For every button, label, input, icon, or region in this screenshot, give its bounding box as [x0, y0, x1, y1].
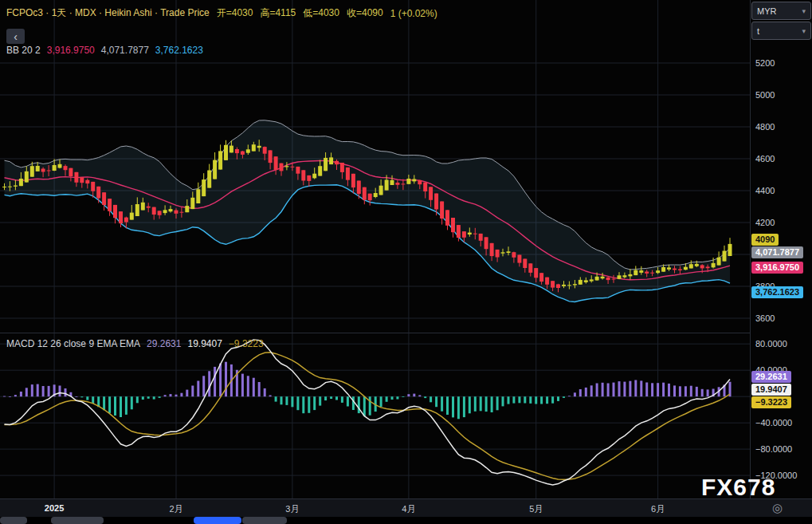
time-axis[interactable]: 20252月3月4月5月6月 — [0, 498, 812, 517]
macd-signal-value: −9.3223 — [229, 338, 264, 349]
back-button[interactable]: ‹ — [6, 29, 25, 44]
macd-axis-label: −40.0000 — [755, 418, 792, 427]
currency-select-value: MYR — [757, 6, 776, 16]
time-axis-label: 2月 — [169, 503, 182, 515]
bb-upper-badge: 4,071.7877 — [751, 246, 803, 258]
time-axis-label: 6月 — [651, 503, 665, 515]
time-axis-label: 4月 — [402, 503, 415, 515]
bb-lower-badge: 3,762.1623 — [751, 286, 803, 298]
bb-legend-title: BB 20 2 — [6, 45, 41, 56]
time-axis-label: 5月 — [529, 503, 543, 515]
macd-legend-title: MACD 12 26 close 9 EMA EMA — [6, 338, 140, 349]
toolbar-pill[interactable] — [242, 517, 287, 524]
right-axis[interactable]: 52005000480046004400420040003800360080.0… — [750, 0, 812, 498]
chevron-down-icon: ▾ — [802, 7, 806, 15]
ohlc-low: 低=4030 — [303, 6, 339, 20]
price-axis-label: 5200 — [755, 58, 775, 68]
macd-histogram-badge: 29.2631 — [751, 371, 791, 383]
macd-line-badge: 19.9407 — [751, 384, 791, 396]
bb-lower-value: 3,762.1623 — [155, 45, 203, 56]
last-price-badge: 4090 — [751, 234, 779, 246]
price-axis-label: 4600 — [755, 154, 775, 164]
macd-axis-label: 80.0000 — [755, 339, 787, 349]
macd-svg — [0, 333, 750, 498]
time-axis-label: 2025 — [45, 503, 64, 513]
bb-upper-value: 4,071.7877 — [101, 45, 149, 56]
chevron-down-icon: ▾ — [802, 27, 806, 35]
toolbar-pill[interactable] — [51, 517, 104, 524]
price-axis-label: 3600 — [755, 313, 775, 323]
price-axis-label: 4400 — [755, 186, 775, 195]
price-axis-label: 5000 — [755, 90, 775, 100]
bb-basis-badge: 3,916.9750 — [751, 262, 803, 274]
bottom-toolbar — [0, 517, 812, 524]
back-arrow-icon: ‹ — [14, 30, 18, 43]
bb-indicator-legend[interactable]: BB 20 2 3,916.9750 4,071.7877 3,762.1623 — [6, 45, 203, 56]
scrollbar-handle[interactable] — [194, 517, 241, 524]
macd-indicator-legend[interactable]: MACD 12 26 close 9 EMA EMA 29.2631 19.94… — [6, 338, 264, 349]
toolbar-pill[interactable] — [0, 517, 27, 524]
change-value: 1 (+0.02%) — [390, 8, 437, 19]
price-axis-label: 4800 — [755, 122, 775, 132]
unit-select-value: t — [757, 26, 759, 36]
unit-select[interactable]: t ▾ — [751, 22, 811, 40]
symbol-title[interactable]: FCPOc3 · 1天 · MDX · Heikin Ashi · Trade … — [6, 6, 210, 20]
macd-indicator-pane[interactable] — [0, 333, 750, 498]
ohlc-open: 开=4030 — [217, 6, 253, 20]
currency-select[interactable]: MYR ▾ — [751, 2, 811, 20]
macd-histogram-value: 29.2631 — [147, 338, 181, 349]
pane-separator[interactable] — [0, 333, 812, 333]
bb-basis-value: 3,916.9750 — [47, 45, 95, 56]
time-axis-label: 3月 — [285, 503, 299, 515]
symbol-legend-row: FCPOc3 · 1天 · MDX · Heikin Ashi · Trade … — [6, 6, 437, 20]
macd-line-value: 19.9407 — [187, 338, 222, 349]
ohlc-high: 高=4115 — [260, 6, 296, 20]
watermark: FX678 — [701, 474, 775, 501]
macd-axis-label: −80.0000 — [755, 444, 792, 454]
macd-signal-badge: −9.3223 — [751, 396, 791, 408]
target-circle-icon: ◎ — [772, 501, 783, 515]
ohlc-close: 收=4090 — [347, 6, 383, 20]
trading-chart-app: 52005000480046004400420040003800360080.0… — [0, 0, 812, 524]
price-axis-label: 4200 — [755, 218, 775, 227]
